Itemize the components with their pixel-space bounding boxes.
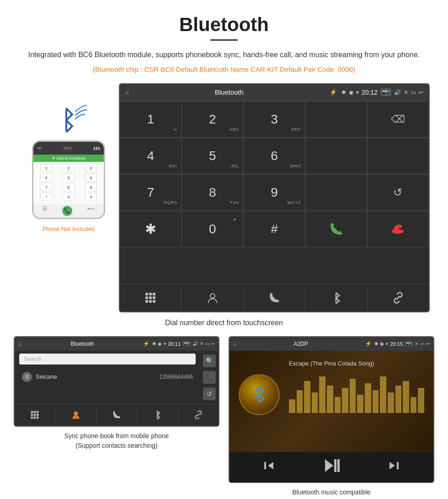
music-camera-icon[interactable]: 📷 (405, 341, 413, 346)
svg-rect-7 (153, 296, 155, 299)
music-screen: ⌂ A2DP ⚡ ✱ ◉ ▾ 20:15 📷 ✕ ▭ ↩ Escape (The… (229, 336, 434, 483)
dial-key-empty-1 (305, 101, 367, 138)
music-x-icon[interactable]: ✕ (415, 341, 418, 346)
dial-key-star[interactable]: ✱ (120, 211, 181, 247)
key-num: 6 (271, 149, 278, 163)
nav-dialpad[interactable] (120, 284, 181, 311)
call-side-icon[interactable]: 📞 (203, 371, 216, 384)
screen-title: Bluetooth (133, 88, 325, 96)
music-rect-icon[interactable]: ▭ (420, 341, 424, 346)
pb-status-icons: ✱ ◉ ▾ 20:11 📷 🔊 ✕ ▭ ↩ (152, 341, 215, 347)
vis-bar (312, 392, 318, 413)
pb-rect-icon[interactable]: ▭ (205, 341, 209, 346)
dialpad-grid: 1 ∞ 2 ABC 3 DEF ⌫ 4 GHI 5 JKL (120, 101, 429, 284)
volume-icon[interactable]: 🔊 (394, 89, 401, 96)
play-pause-icon (323, 457, 340, 474)
title-underline (210, 39, 238, 41)
close-icon[interactable]: ✕ (404, 89, 408, 96)
dial-key-8[interactable]: 8 TUV (181, 174, 243, 211)
svg-rect-5 (145, 296, 148, 299)
search-bar[interactable]: Search (19, 354, 196, 365)
camera-icon[interactable]: 📷 (380, 88, 391, 96)
status-time: 20:12 (362, 89, 378, 96)
song-title: Escape (The Pina Colada Song) (289, 360, 374, 367)
phonebook-caption-text: Sync phone-book from mobile phone(Suppor… (64, 432, 169, 449)
dial-key-5[interactable]: 5 JKL (181, 138, 243, 174)
key-num: 3 (271, 112, 278, 127)
pb-bt-icon (153, 410, 162, 419)
pb-nav-link[interactable] (178, 404, 219, 426)
bottom-section: ⌂ Bluetooth ⚡ ✱ ◉ ▾ 20:11 📷 🔊 ✕ ▭ ↩ (0, 336, 448, 499)
music-visualizer (289, 376, 424, 413)
nav-bluetooth[interactable] (305, 284, 367, 311)
svg-rect-14 (34, 411, 36, 413)
pb-side-icons: 🔍 📞 ↺ (200, 351, 219, 404)
back-icon[interactable]: ↩ (419, 89, 423, 96)
vis-bar (411, 397, 417, 413)
dial-key-1[interactable]: 1 ∞ (120, 101, 181, 138)
pb-nav-contacts[interactable] (55, 404, 96, 426)
dial-key-hash[interactable]: # (243, 211, 305, 247)
home-icon[interactable]: ⌂ (125, 89, 129, 96)
phone-mockup: ▪▪▪ M25 ▮▮▮ ✦ Add to Contacts 1 2 3 4 5 … (32, 140, 105, 219)
dial-key-6[interactable]: 6 MNO (243, 138, 305, 174)
contact-row[interactable]: S Seicane 13566664466 (19, 368, 196, 386)
music-item: ⌂ A2DP ⚡ ✱ ◉ ▾ 20:15 📷 ✕ ▭ ↩ Escape (The… (229, 336, 434, 499)
music-bt-icon: ✱ (374, 341, 378, 346)
music-disc (239, 374, 280, 415)
dial-key-call[interactable] (305, 211, 367, 247)
vis-bar (289, 399, 295, 413)
phone-bottom-row: ☰ 📞 ⟵ (33, 204, 104, 218)
phonebook-content: Search S Seicane 13566664466 (15, 351, 200, 389)
dial-key-empty-2 (305, 138, 367, 174)
music-time: 20:15 (390, 341, 403, 347)
nav-contacts[interactable] (181, 284, 243, 311)
search-side-icon[interactable]: 🔍 (203, 354, 216, 367)
link-icon (392, 292, 404, 304)
reload-side-icon[interactable]: ↺ (203, 387, 216, 400)
svg-rect-18 (37, 414, 39, 416)
music-back-icon[interactable]: ↩ (426, 341, 430, 346)
reload-icon: ↺ (393, 186, 402, 199)
phone-battery: ▮▮▮ (93, 146, 100, 150)
dial-key-2[interactable]: 2 ABC (181, 101, 243, 138)
pb-nav-call[interactable] (96, 404, 137, 426)
play-pause-btn[interactable] (319, 456, 344, 478)
svg-rect-3 (149, 293, 152, 295)
call-icon (328, 221, 344, 237)
nav-link[interactable] (368, 284, 429, 311)
prev-btn[interactable] (258, 457, 280, 477)
key-num: # (271, 222, 278, 236)
dial-key-0[interactable]: 0 + (181, 211, 243, 247)
pb-nav-dialpad[interactable] (15, 404, 55, 426)
dial-key-3[interactable]: 3 DEF (243, 101, 305, 138)
pb-link-icon (194, 410, 203, 419)
pb-vol-icon[interactable]: 🔊 (192, 341, 198, 346)
dial-key-7[interactable]: 7 PQRS (120, 174, 181, 211)
phone-back: ⟵ (87, 206, 95, 216)
dial-key-reload[interactable]: ↺ (367, 174, 429, 211)
dial-key-9[interactable]: 9 WXYZ (243, 174, 305, 211)
phone-screen-top: ▪▪▪ M25 ▮▮▮ (33, 142, 104, 155)
pb-home-icon[interactable]: ⌂ (18, 341, 21, 347)
next-icon (388, 459, 400, 472)
next-btn[interactable] (383, 457, 405, 477)
pb-camera-icon[interactable]: 📷 (182, 341, 191, 346)
dial-key-delete[interactable]: ⌫ (367, 101, 429, 138)
pb-x-icon[interactable]: ✕ (200, 341, 203, 346)
dial-key-end-call[interactable] (367, 211, 429, 247)
pb-back-icon[interactable]: ↩ (211, 341, 215, 346)
dial-key-4[interactable]: 4 GHI (120, 138, 181, 174)
key-sub: ABC (229, 127, 240, 132)
music-home-icon[interactable]: ⌂ (233, 341, 236, 347)
phone-key-4: 4 (40, 173, 52, 182)
key-sub: MNO (290, 164, 301, 168)
svg-rect-8 (145, 300, 148, 303)
vis-bar (388, 392, 394, 413)
window-icon[interactable]: ▭ (411, 89, 416, 96)
nav-call[interactable] (244, 284, 305, 311)
pb-nav-bluetooth[interactable] (137, 404, 178, 426)
key-sub: JKL (231, 164, 240, 168)
key-num: 5 (209, 149, 216, 163)
svg-point-22 (74, 412, 78, 415)
